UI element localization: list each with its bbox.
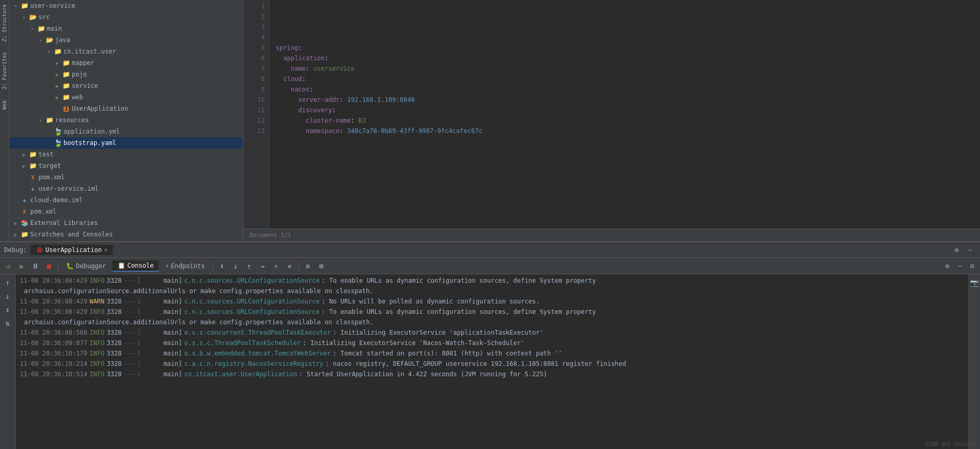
tree-item-main[interactable]: ▾📁main (9, 23, 243, 34)
tree-item-user-service[interactable]: ▾📁user-service (9, 0, 243, 11)
tree-label-pom-xml-root: pom.xml (30, 208, 57, 215)
web-tab[interactable]: Web (2, 100, 7, 110)
debug-settings: ⚙ — (951, 244, 976, 256)
code-line-2[interactable] (276, 11, 980, 22)
tree-item-scratches[interactable]: ▶📁Scratches and Consoles (9, 229, 243, 240)
console-icon: 📋 (118, 262, 125, 269)
line-number-1: 1 (243, 1, 265, 11)
close-debug-tab[interactable]: × (104, 246, 108, 254)
tree-item-resources[interactable]: ▾📁resources (9, 114, 243, 126)
tree-item-pom-xml-root[interactable]: Xpom.xml (9, 206, 243, 217)
log-line-0: 11-08 20:36:08:429 INFO 3328 --- [ main]… (16, 275, 969, 286)
scroll-down-btn[interactable]: ↓ (2, 290, 14, 302)
code-line-11[interactable]: discovery: (276, 105, 980, 115)
tree-label-UserApplication: UserApplication (72, 105, 128, 112)
debug-action-bar: ↑ ↓ ↕ ⇅ (0, 274, 16, 449)
code-line-4[interactable] (276, 32, 980, 43)
step-out-btn[interactable]: ↑ (243, 260, 255, 272)
tree-item-mapper[interactable]: ▶📁mapper (9, 57, 243, 69)
tab-debugger[interactable]: 🐛 Debugger (61, 261, 111, 271)
code-line-8[interactable]: cloud: (276, 74, 980, 84)
pause-btn[interactable]: ⏸ (29, 260, 42, 272)
code-line-13[interactable]: namespace: 348c7a78-0b69-43ff-9987-9fc4c… (276, 126, 980, 136)
debug-header: Debug: 🐞 UserApplication × ⚙ — (0, 242, 980, 258)
line-number-11: 11 (243, 105, 265, 115)
code-line-10[interactable]: server-addr: 192.168.1.109:8848 (276, 95, 980, 105)
debug-body: ↑ ↓ ↕ ⇅ 11-08 20:36:08:429 INFO 3328 ---… (0, 274, 980, 449)
code-line-1[interactable] (276, 1, 980, 11)
code-line-6[interactable]: application: (276, 53, 980, 63)
tree-item-pom-xml-user[interactable]: Xpom.xml (9, 171, 243, 183)
log-line-9: 11-08 20:36:10:514 INFO 3328 --- [ main]… (16, 369, 969, 379)
tree-item-service[interactable]: ▶📁service (9, 80, 243, 91)
code-line-3[interactable] (276, 22, 980, 32)
tree-label-target: target (38, 162, 61, 169)
step-into-btn[interactable]: ↓ (229, 260, 242, 272)
run-to-cursor-btn[interactable]: → (256, 260, 269, 272)
threads-btn[interactable]: ⊞ (315, 260, 328, 272)
line-number-9: 9 (243, 84, 265, 95)
frames-btn[interactable]: ≡ (302, 260, 314, 272)
code-line-7[interactable]: name: userservice (276, 63, 980, 74)
tree-icon-service: 📁 (61, 82, 71, 89)
code-line-9[interactable]: nacos: (276, 84, 980, 95)
debug-app-name: UserApplication (45, 246, 101, 254)
endpoints-icon: ⚡ (165, 262, 169, 270)
tree-item-test[interactable]: ▶📁test (9, 149, 243, 160)
code-line-5[interactable]: spring: (276, 43, 980, 53)
favorites-tab[interactable]: 2: Favorites (2, 52, 7, 89)
log-line-7: 11-08 20:36:10:179 INFO 3328 --- [ main]… (16, 348, 969, 359)
scroll-up-btn[interactable]: ↑ (2, 276, 14, 289)
divider2 (213, 261, 213, 271)
divider1 (58, 261, 58, 271)
collapse-btn[interactable]: ↕ (2, 303, 14, 316)
tree-label-pom-xml-user: pom.xml (38, 174, 65, 181)
tree-item-web[interactable]: ▶📁web (9, 91, 243, 103)
log-line-3: 11-08 20:36:08:429 INFO 3328 --- [ main]… (16, 307, 969, 317)
tree-label-cn-itcast-user: cn.itcast.user (63, 48, 116, 55)
tree-item-pojo[interactable]: ▶📁pojo (9, 69, 243, 80)
restart-btn[interactable]: ↺ (2, 260, 15, 272)
tree-item-target[interactable]: ▶📁target (9, 160, 243, 171)
expand-btn[interactable]: ⇅ (2, 317, 14, 329)
settings-icon[interactable]: ⚙ (951, 244, 962, 256)
console-label: Console (127, 262, 154, 269)
tree-icon-cloud-demo-iml: ◆ (20, 196, 29, 204)
tree-item-UserApplication[interactable]: JUserApplication (9, 103, 243, 114)
tree-icon-external-libs: 📚 (20, 219, 29, 227)
tree-item-user-service-iml[interactable]: ◆user-service.iml (9, 183, 243, 194)
tree-icon-UserApplication: J (61, 105, 71, 112)
line-number-3: 3 (243, 22, 265, 32)
tab-console[interactable]: 📋 Console (112, 260, 159, 272)
code-line-12[interactable]: cluster-name: BJ (276, 115, 980, 126)
log-settings-icon[interactable]: ⚙ (942, 260, 953, 272)
step-over-btn[interactable]: ⬇ (216, 260, 228, 272)
tree-icon-src: 📂 (28, 14, 37, 21)
structure-tab[interactable]: Z: Structure (2, 4, 7, 42)
more-btn[interactable]: ✕ (283, 260, 296, 272)
evaluate-btn[interactable]: ⚡ (270, 260, 282, 272)
tree-icon-scratches: 📁 (20, 231, 29, 238)
camera-btn[interactable]: 📷 (969, 276, 981, 289)
right-debug-bar: 📷 (969, 274, 980, 449)
stop-btn[interactable]: ■ (43, 260, 55, 272)
split-btn[interactable]: ⊟ (966, 260, 978, 272)
debug-app-tab[interactable]: 🐞 UserApplication × (31, 245, 113, 255)
log-close-icon[interactable]: — (954, 260, 965, 272)
tab-endpoints[interactable]: ⚡ Endpoints (160, 261, 210, 271)
tree-item-cn-itcast-user[interactable]: ▾📁cn.itcast.user (9, 46, 243, 57)
tree-item-cloud-demo-iml[interactable]: ◆cloud-demo.iml (9, 194, 243, 206)
line-number-6: 6 (243, 53, 265, 63)
tree-item-java[interactable]: ▾📂java (9, 34, 243, 46)
tree-item-src[interactable]: ▾📂src (9, 11, 243, 23)
console-log[interactable]: 11-08 20:36:08:429 INFO 3328 --- [ main]… (16, 274, 969, 449)
editor-status-bar: Document 1/1 (243, 229, 980, 241)
tree-item-application-yml[interactable]: 🍃application.yml (9, 126, 243, 137)
tree-item-external-libs[interactable]: ▶📚External Libraries (9, 217, 243, 229)
tree-label-main: main (47, 25, 62, 32)
tree-icon-user-service: 📁 (20, 2, 29, 9)
code-content[interactable]: spring: application: name: userservice c… (269, 0, 980, 229)
resume-btn[interactable]: ▶ (16, 260, 28, 272)
tree-item-bootstrap-yaml[interactable]: 🍃bootstrap.yaml (9, 137, 243, 149)
minimize-icon[interactable]: — (964, 244, 976, 256)
